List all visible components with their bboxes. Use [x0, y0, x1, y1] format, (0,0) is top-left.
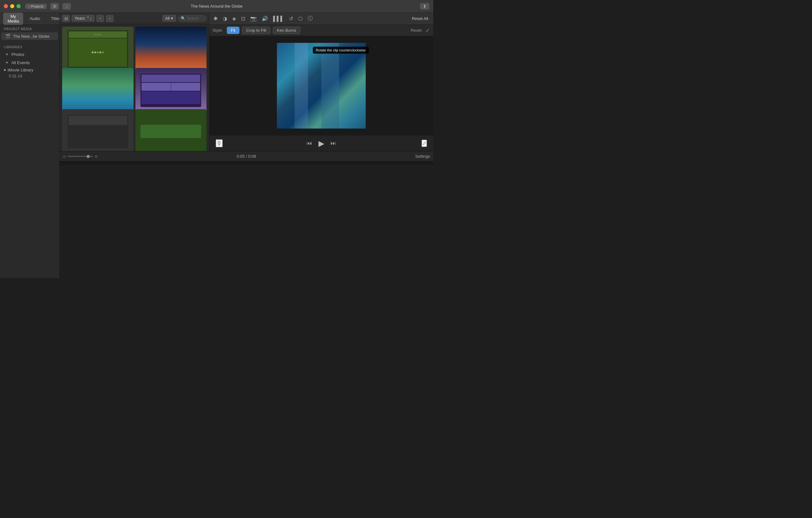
all-selector[interactable]: All ▾ — [163, 15, 176, 22]
video-controls: 🎙 ⏮ ▶ ⏭ ⤢ — [209, 135, 433, 151]
titlebar: ‹ Projects ⊞ ↓ The News Around the Globe… — [0, 0, 433, 13]
crop-to-fill-button[interactable]: Crop to Fill — [242, 27, 270, 34]
libraries-label: LIBRARIES — [0, 43, 59, 50]
ken-burns-button[interactable]: Ken Burns — [273, 27, 300, 34]
tab-audio[interactable]: Audio — [25, 15, 45, 22]
app-window: ‹ Projects ⊞ ↓ The News Around the Globe… — [0, 0, 433, 278]
media-grid: WORDS W O R D S — [60, 24, 209, 151]
video-content-wrapper: Rotate the clip counterclockwise — [277, 43, 366, 129]
media-thumb-1[interactable]: WORDS W O R D S — [62, 27, 134, 71]
zoom-slider[interactable]: ⊖ ⊕ — [63, 154, 98, 159]
speed-icon[interactable]: ↺ — [288, 15, 294, 23]
video-content — [277, 43, 366, 129]
search-placeholder: Search — [187, 16, 199, 21]
color-icon[interactable]: ◑ — [222, 15, 228, 23]
search-icon: 🔍 — [181, 16, 185, 21]
reset-button[interactable]: Reset — [411, 28, 422, 33]
window-title: The News Around the Globe — [191, 4, 242, 8]
titlebar-right: ⬆ — [420, 3, 430, 10]
app-body: My Media Audio Titles Backgrounds Transi… — [0, 13, 433, 278]
style-controls: Style: Fit Crop to Fill Ken Burns Reset … — [209, 25, 433, 36]
media-thumb-3[interactable] — [62, 68, 134, 112]
viewer-panel: ✱ ◑ ◈ ⊡ 📷 🔊 ▌▌▌ ↺ ⬡ ⓘ Reset All — [209, 13, 433, 151]
sidebar-item-project[interactable]: 🎬 The New...he Globe — [1, 32, 58, 40]
video-viewer: Rotate the clip counterclockwise — [209, 36, 433, 135]
sidebar: My Media Audio Titles Backgrounds Transi… — [0, 13, 60, 278]
chevron-down-icon: ▾ — [4, 67, 6, 72]
sort-icon: ⌃↓ — [86, 16, 92, 21]
camera-icon[interactable]: 📷 — [249, 15, 258, 23]
projects-button[interactable]: ‹ Projects — [25, 3, 47, 9]
time-display: 0:05 / 0:06 — [237, 154, 256, 159]
nav-left-button[interactable]: ‹ — [96, 15, 104, 22]
audio-bars-icon[interactable]: ▌▌▌ — [272, 15, 285, 23]
project-name: The New...he Globe — [13, 34, 50, 39]
media-thumb-4[interactable] — [136, 68, 207, 112]
checkmark-icon[interactable]: ✓ — [425, 27, 430, 34]
zoom-thumb[interactable] — [87, 155, 90, 158]
play-button[interactable]: ▶ — [318, 139, 324, 148]
volume-icon[interactable]: 🔊 — [261, 15, 269, 23]
mic-button[interactable]: 🎙 — [216, 139, 223, 147]
style-label: Style: — [212, 28, 223, 33]
fullscreen-button[interactable]: ⤢ — [422, 140, 427, 147]
info-icon[interactable]: ⓘ — [307, 14, 314, 23]
minimize-button[interactable] — [10, 4, 14, 8]
main-toolbar: My Media Audio Titles Backgrounds Transi… — [0, 13, 59, 25]
sidebar-item-photos[interactable]: ✦ Photos — [1, 51, 58, 58]
project-media-label: PROJECT MEDIA — [0, 25, 59, 32]
sidebar-toggle-button[interactable]: ▤ — [62, 15, 70, 22]
reset-all-button[interactable]: Reset All — [410, 16, 430, 22]
media-thumb-5[interactable] — [62, 109, 134, 151]
sidebar-item-imovie-library[interactable]: ▾ iMovie Library — [0, 67, 59, 73]
years-selector[interactable]: Years ⌃↓ — [72, 15, 94, 22]
traffic-lights — [4, 4, 21, 8]
search-field[interactable]: 🔍 Search — [178, 15, 206, 22]
share-button[interactable]: ⬆ — [420, 3, 430, 10]
viewer-toolbar: ✱ ◑ ◈ ⊡ 📷 🔊 ▌▌▌ ↺ ⬡ ⓘ Reset All — [209, 13, 433, 25]
chevron-left-icon: ‹ — [29, 4, 30, 8]
download-icon[interactable]: ↓ — [62, 3, 71, 10]
maximize-button[interactable] — [17, 4, 21, 8]
fit-button[interactable]: Fit — [227, 27, 239, 34]
enhance-icon[interactable]: ✱ — [212, 15, 219, 23]
sidebar-item-all-events[interactable]: ✦ All Events — [1, 59, 58, 66]
overlay-icon[interactable]: ⬡ — [297, 15, 303, 23]
zoom-in-icon: ⊕ — [94, 154, 98, 159]
skip-forward-button[interactable]: ⏭ — [330, 140, 336, 147]
crop-icon[interactable]: ⊡ — [240, 15, 246, 23]
right-col: ▤ Years ⌃↓ ‹ › All ▾ 🔍 Sea — [60, 13, 433, 278]
layout-icon[interactable]: ⊞ — [50, 3, 59, 10]
zoom-track[interactable] — [67, 156, 93, 157]
photos-icon: ✦ — [5, 52, 9, 57]
film-icon: 🎬 — [5, 34, 10, 39]
timeline-scrollbar[interactable] — [60, 162, 433, 165]
media-thumb-6[interactable] — [136, 109, 207, 151]
media-toolbar: ▤ Years ⌃↓ ‹ › All ▾ 🔍 Sea — [60, 13, 209, 24]
upper-section: ▤ Years ⌃↓ ‹ › All ▾ 🔍 Sea — [60, 13, 433, 151]
settings-button[interactable]: Settings — [415, 154, 430, 159]
media-browser: ▤ Years ⌃↓ ‹ › All ▾ 🔍 Sea — [60, 13, 209, 151]
zoom-out-icon: ⊖ — [63, 154, 66, 159]
palette-icon[interactable]: ◈ — [231, 15, 237, 23]
chevron-down-icon: ▾ — [171, 16, 173, 21]
tab-my-media[interactable]: My Media — [3, 13, 23, 25]
titlebar-icons: ⊞ ↓ — [50, 3, 71, 10]
skip-back-button[interactable]: ⏮ — [307, 140, 312, 147]
close-button[interactable] — [4, 4, 8, 8]
timeline-header: ⊖ ⊕ 0:05 / 0:06 Settings — [60, 152, 433, 162]
nav-right-button[interactable]: › — [106, 15, 114, 22]
media-thumb-2[interactable] — [136, 27, 207, 71]
timeline-section: ⊖ ⊕ 0:05 / 0:06 Settings — [60, 151, 433, 278]
sidebar-item-date[interactable]: 5-31-19 — [0, 73, 59, 79]
all-events-icon: ✦ — [5, 60, 9, 65]
